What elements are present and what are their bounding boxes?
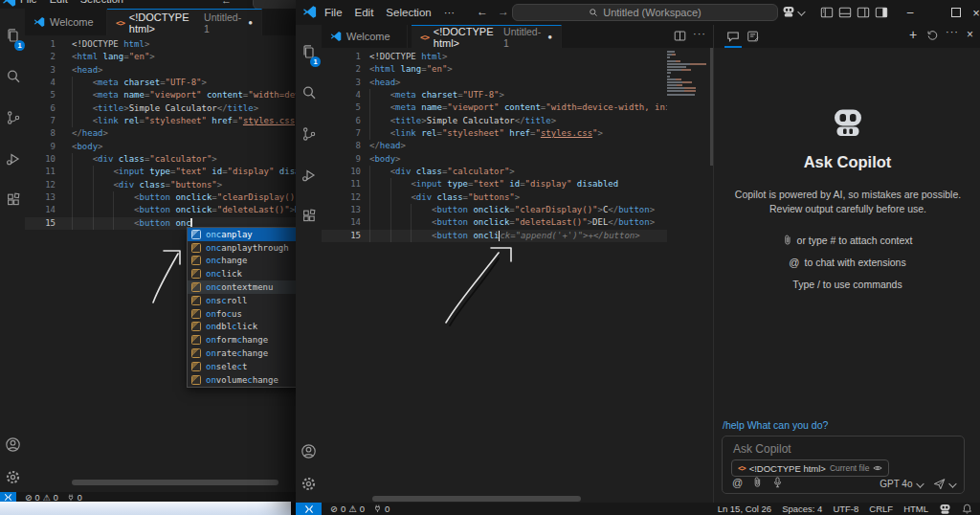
minimap-line xyxy=(667,54,709,56)
activity-settings[interactable] xyxy=(0,460,26,493)
event-icon xyxy=(191,375,201,385)
editor-more-actions[interactable]: ··· xyxy=(693,28,706,39)
status-encoding[interactable]: UTF-8 xyxy=(833,504,858,514)
menu-bar: FileEditSelection ← xyxy=(0,0,299,9)
status-language-mode[interactable]: HTML xyxy=(903,504,928,514)
activity-account[interactable] xyxy=(0,428,26,460)
copilot-menu-button[interactable] xyxy=(782,6,804,18)
toggle-primary-sidebar-icon[interactable] xyxy=(820,6,834,19)
split-editor-icon[interactable] xyxy=(674,30,686,42)
activity-settings[interactable] xyxy=(296,467,322,500)
indent-guide xyxy=(72,191,93,204)
horizontal-scrollbar[interactable] xyxy=(72,480,278,485)
activity-explorer[interactable]: 1 xyxy=(296,31,322,72)
suggest-item-onratechange[interactable]: onratechange xyxy=(188,347,299,360)
status-cursor-position[interactable]: Ln 15, Col 26 xyxy=(718,504,772,514)
menu-edit[interactable]: Edit xyxy=(355,7,374,18)
suggest-item-onformchange[interactable]: onformchange xyxy=(188,333,299,347)
activity-explorer[interactable]: 1 xyxy=(0,14,26,56)
mention-icon[interactable]: @ xyxy=(732,477,743,488)
activity-run-debug[interactable] xyxy=(296,154,322,195)
close-panel-button[interactable]: × xyxy=(967,28,973,41)
problems-status[interactable]: ⊘0 ⚠0 xyxy=(25,493,58,503)
horizontal-scrollbar[interactable] xyxy=(372,496,581,502)
activity-account[interactable] xyxy=(296,435,322,467)
status-indentation[interactable]: Spaces: 4 xyxy=(782,504,822,514)
menu-selection[interactable]: Selection xyxy=(80,0,123,5)
chat-history-button[interactable] xyxy=(926,30,939,42)
ports-status[interactable]: 0 xyxy=(373,504,390,514)
suggest-item-oncontextmenu[interactable]: oncontextmenu xyxy=(188,280,299,294)
send-button[interactable] xyxy=(933,478,955,490)
close-button[interactable]: × xyxy=(965,0,980,25)
suggest-item-onselect[interactable]: onselect xyxy=(188,360,299,373)
suggest-item-onscroll[interactable]: onscroll xyxy=(188,294,299,307)
microphone-icon[interactable] xyxy=(772,477,783,488)
customize-layout-icon[interactable] xyxy=(875,6,888,19)
chat-input-box[interactable]: Ask Copilot <> <!DOCTYPE html> Current f… xyxy=(722,436,965,494)
minimap-line xyxy=(667,78,709,80)
menu-edit[interactable]: Edit xyxy=(50,0,68,5)
model-picker[interactable]: GPT 4o xyxy=(880,479,922,489)
panel-more-button[interactable]: ··· xyxy=(946,26,959,37)
menu-file[interactable]: File xyxy=(20,0,37,5)
context-chip[interactable]: <> <!DOCTYPE html> Current file xyxy=(731,459,889,477)
vscode-logo-icon xyxy=(33,16,45,28)
suggest-item-ondblclick[interactable]: ondblclick xyxy=(188,321,299,334)
suggest-item-onclick[interactable]: onclick xyxy=(188,267,299,280)
activity-extensions[interactable] xyxy=(296,195,322,236)
ports-status[interactable]: 0 xyxy=(67,493,82,503)
tab-welcome[interactable]: Welcome xyxy=(25,9,107,35)
remote-indicator[interactable] xyxy=(296,503,322,515)
help-command-link[interactable]: /help What can you do? xyxy=(723,419,828,431)
line-content: <!DOCTYPE html> xyxy=(369,51,447,63)
code-line-5: 5<meta name="viewport" content="width=de… xyxy=(322,101,667,114)
activity-source-control[interactable] xyxy=(296,113,322,154)
minimap[interactable] xyxy=(667,51,709,97)
navigate-forward-icon[interactable]: → xyxy=(498,5,509,18)
vscode-logo-icon xyxy=(302,5,317,19)
command-center-search[interactable]: Untitled (Workspace) xyxy=(512,4,778,21)
new-chat-button[interactable]: + xyxy=(909,27,917,42)
minimize-button[interactable]: – xyxy=(899,0,922,25)
activity-run-debug[interactable] xyxy=(0,138,26,179)
menu-selection[interactable]: Selection xyxy=(386,7,431,18)
toggle-panel-icon[interactable] xyxy=(838,6,852,19)
vscode-logo-icon xyxy=(2,0,16,8)
toggle-secondary-sidebar-icon[interactable] xyxy=(857,6,870,19)
notifications-bell-icon[interactable] xyxy=(962,504,972,514)
command-center-search[interactable] xyxy=(253,0,299,9)
code-editor[interactable]: 1<!DOCTYPE html>2<html lang="en">3<head>… xyxy=(322,48,667,496)
minimap-line xyxy=(667,76,709,78)
line-number: 15 xyxy=(25,217,56,230)
status-eol-sequence[interactable]: CRLF xyxy=(869,504,893,514)
event-icon xyxy=(191,282,201,292)
copilot-status-icon[interactable] xyxy=(939,504,951,515)
suggest-item-oncanplaythrough[interactable]: oncanplaythrough xyxy=(188,241,299,255)
line-number: 6 xyxy=(25,102,56,115)
code-line-2: 2<html lang="en"> xyxy=(25,51,299,63)
activity-source-control[interactable] xyxy=(0,97,26,138)
activity-search[interactable] xyxy=(0,56,26,97)
activity-search[interactable] xyxy=(296,72,322,113)
suggest-item-onfocus[interactable]: onfocus xyxy=(188,307,299,321)
problems-status[interactable]: ⊘0 ⚠0 xyxy=(330,504,365,514)
navigate-back-icon[interactable]: ← xyxy=(221,0,232,6)
line-number: 11 xyxy=(322,178,361,190)
editor-tab-bar: Welcome <> <!DOCTYPE html> Untitled-1 ● xyxy=(25,9,299,35)
menu-file[interactable]: File xyxy=(324,7,343,18)
tab-welcome[interactable]: Welcome xyxy=(322,25,408,48)
navigate-back-icon[interactable]: ← xyxy=(477,5,488,18)
tab-untitled-1[interactable]: <> <!DOCTYPE html> Untitled-1 ● xyxy=(412,25,562,48)
chat-tab-icon[interactable] xyxy=(726,30,740,43)
code-line-8: 8</head> xyxy=(25,127,299,140)
line-number: 10 xyxy=(25,153,56,166)
suggest-item-onchange[interactable]: onchange xyxy=(188,255,299,268)
activity-extensions[interactable] xyxy=(0,179,26,220)
suggest-item-oncanplay[interactable]: oncanplay xyxy=(188,228,299,241)
suggest-item-onvolumechange[interactable]: onvolumechange xyxy=(188,373,299,387)
menu-[interactable]: ··· xyxy=(444,7,456,18)
edit-sessions-icon[interactable] xyxy=(746,30,760,43)
tab-untitled-1[interactable]: <> <!DOCTYPE html> Untitled-1 ● xyxy=(107,9,262,35)
attach-icon[interactable] xyxy=(752,477,763,488)
